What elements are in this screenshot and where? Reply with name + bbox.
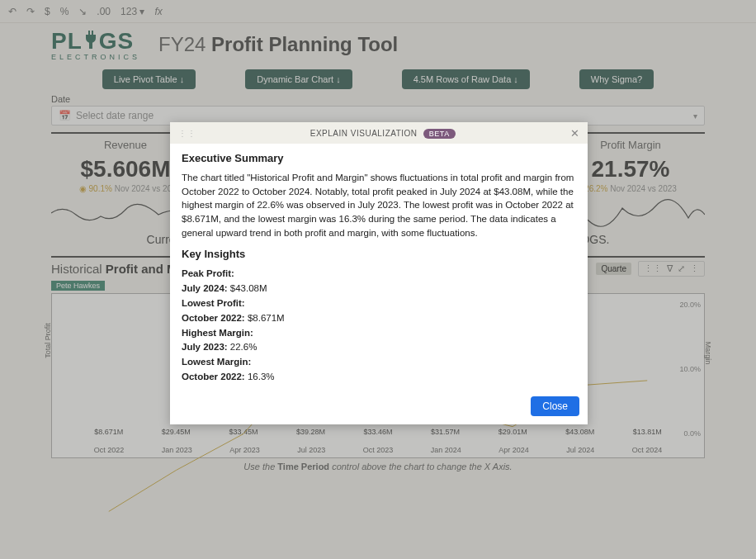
insight-row: July 2024: $43.08M [182,282,576,296]
insight-row: October 2022: $8.671M [182,311,576,326]
insight-row: Highest Margin: [182,326,576,341]
summary-heading: Executive Summary [182,152,576,164]
insight-row: Peak Profit: [182,267,576,282]
beta-badge: BETA [423,129,456,139]
insight-row: July 2023: 22.6% [182,340,576,355]
insight-row: Lowest Margin: [182,355,576,370]
insights-list: Peak Profit:July 2024: $43.08MLowest Pro… [182,267,576,385]
insights-heading: Key Insights [182,248,576,260]
insight-row: October 2022: 16.3% [182,370,576,385]
close-button[interactable]: Close [531,396,579,416]
summary-text: The chart titled "Historical Profit and … [182,171,576,239]
drag-handle-icon[interactable]: ⋮⋮ [178,129,196,138]
modal-title: EXPLAIN VISUALIZATION BETA [196,129,570,138]
insight-row: Lowest Profit: [182,296,576,311]
explain-visualization-modal: ⋮⋮ EXPLAIN VISUALIZATION BETA ✕ Executiv… [170,122,588,424]
close-icon[interactable]: ✕ [570,127,580,140]
